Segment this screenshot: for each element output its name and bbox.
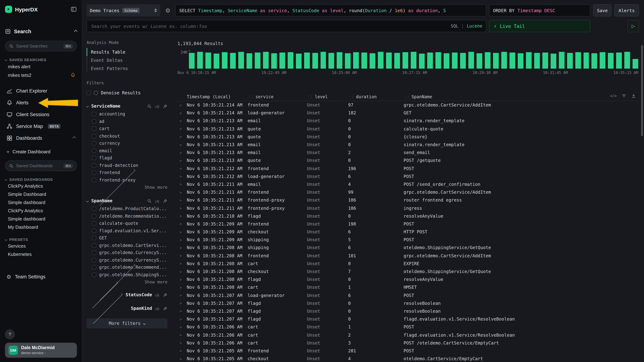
checkbox[interactable] [92, 149, 96, 153]
table-row[interactable]: >Nov 6 10:35:21.211 AMfrontendUnset99grp… [178, 188, 638, 196]
search-section-header[interactable]: Search [5, 28, 77, 35]
table-row[interactable]: >Nov 6 10:35:21.211 AMemailUnset4POST /s… [178, 181, 638, 188]
table-row[interactable]: >Nov 6 10:35:21.206 AMcartUnset2flagd.ev… [178, 331, 638, 339]
histogram-bar[interactable] [386, 52, 392, 69]
filter-option[interactable]: ad [86, 118, 168, 125]
table-row[interactable]: >Nov 6 10:35:21.207 AMload-generatorUnse… [178, 291, 638, 299]
histogram-bar[interactable] [444, 53, 449, 69]
expand-chevron[interactable]: > [178, 198, 187, 202]
histogram-bar[interactable] [567, 53, 572, 69]
source-select[interactable]: Demo Traces Schema [86, 4, 160, 16]
expand-chevron[interactable]: > [178, 246, 187, 250]
filter-option[interactable]: /oteldemo.Recommendatio... [86, 212, 168, 220]
table-row[interactable]: >Nov 6 10:35:21.212 AMload-generatorUnse… [178, 173, 638, 180]
presets-group-header[interactable]: PRESETS [5, 237, 77, 242]
table-row[interactable]: >Nov 6 10:35:21.214 AMfrontendUnset97grp… [178, 101, 638, 109]
expand-chevron[interactable]: > [178, 357, 187, 361]
histogram-bar[interactable] [550, 53, 556, 69]
pin-icon[interactable] [163, 104, 168, 108]
table-row[interactable]: >Nov 6 10:35:21.205 AMfrontendUnset201PO… [178, 347, 638, 355]
saved-dashboards-input[interactable]: Saved Dashboards ⌘K [5, 161, 77, 171]
filter-group-header[interactable]: ServiceName [86, 102, 168, 110]
table-row[interactable]: >Nov 6 10:35:21.213 AMquoteUnset0calcula… [178, 125, 638, 133]
show-more[interactable]: Show more [86, 278, 168, 286]
code-view-icon[interactable]: </> [610, 94, 617, 98]
column-header-spanname[interactable]: ⋮⋮SpanName [404, 94, 638, 99]
checkbox[interactable] [86, 91, 91, 95]
expand-chevron[interactable]: > [178, 254, 187, 258]
saved-searches-input[interactable]: Saved Searches ⌘K [5, 41, 77, 51]
live-tail-button[interactable]: ⚡ Live Tail [489, 20, 590, 32]
sidebar-collapse-icon[interactable] [70, 6, 77, 12]
table-row[interactable]: >Nov 6 10:35:21.206 AMcartUnset3POST /ot… [178, 339, 638, 347]
filter-option[interactable]: GET [86, 234, 168, 242]
expand-chevron[interactable]: > [178, 341, 187, 345]
table-row[interactable]: >Nov 6 10:35:21.213 AMemailUnset0sinatra… [178, 117, 638, 125]
histogram-bar[interactable] [411, 52, 416, 69]
run-query-button[interactable]: ▷ [628, 20, 639, 32]
more-filters-button[interactable]: More filters [86, 318, 168, 328]
histogram-bar[interactable] [534, 53, 540, 69]
language-toggle[interactable]: SQL | Lucene [450, 23, 482, 29]
histogram-bar[interactable] [518, 53, 524, 69]
filter-group-header[interactable]: SpanKind [86, 304, 168, 313]
checkbox[interactable] [92, 229, 96, 233]
histogram-bar[interactable] [575, 52, 581, 69]
table-row[interactable]: >Nov 6 10:35:21.208 AMcartUnset0EXPIRE [178, 260, 638, 268]
table-row[interactable]: >Nov 6 10:35:21.212 AMfrontendUnset196PO… [178, 165, 638, 173]
expand-chevron[interactable]: > [178, 103, 187, 107]
histogram-bar[interactable] [501, 52, 507, 69]
chart-icon[interactable] [155, 104, 160, 108]
filter-option[interactable]: grpc.oteldemo.CartServi... [86, 242, 168, 249]
histogram-bar[interactable] [246, 53, 252, 69]
histogram-bar[interactable] [279, 53, 285, 69]
saved-dashboards-group-header[interactable]: SAVED DASHBOARDS [5, 177, 77, 182]
filter-option[interactable]: grpc.oteldemo.Recommend... [86, 264, 168, 271]
table-row[interactable]: >Nov 6 10:35:21.210 AMflagdUnset0resolve… [178, 212, 638, 220]
checkbox[interactable] [92, 127, 96, 131]
filter-option[interactable]: email [86, 147, 168, 154]
expand-chevron[interactable]: > [178, 175, 187, 179]
analysis-mode-event-deltas[interactable]: Event Deltas [86, 56, 168, 64]
user-menu[interactable]: DM Dale McDiarmid demo-service - [5, 343, 77, 358]
histogram-bar[interactable] [460, 53, 466, 69]
scrollbar[interactable] [641, 45, 643, 136]
histogram-bar[interactable] [353, 52, 359, 69]
expand-chevron[interactable]: > [178, 238, 187, 242]
expand-chevron[interactable]: > [178, 143, 187, 147]
table-row[interactable]: >Nov 6 10:35:21.213 AMquoteUnset0POST /g… [178, 157, 638, 165]
saved-search-item[interactable]: mikes tets2 [5, 71, 77, 79]
event-search-input[interactable] [90, 23, 448, 29]
analysis-mode-results-table[interactable]: Results Table [86, 48, 168, 56]
source-settings-button[interactable]: ⚙ [163, 4, 172, 16]
filter-option[interactable]: /oteldemo.ProductCatalo... [86, 205, 168, 212]
expand-chevron[interactable]: > [178, 127, 187, 131]
saved-search-item[interactable]: mikes alert [5, 62, 77, 71]
expand-chevron[interactable]: > [178, 333, 187, 337]
download-icon[interactable] [631, 93, 636, 98]
histogram-bar[interactable] [378, 52, 384, 69]
table-row[interactable]: >Nov 6 10:35:21.213 AMemailUnset0sinatra… [178, 141, 638, 149]
expand-chevron[interactable]: > [178, 309, 187, 313]
preset-item[interactable]: Kubernetes [5, 250, 77, 258]
filter-option[interactable]: currency [86, 140, 168, 147]
table-row[interactable]: >Nov 6 10:35:21.213 AMemailUnset2send_em… [178, 149, 638, 157]
expand-chevron[interactable]: > [178, 262, 187, 266]
expand-chevron[interactable]: > [178, 277, 187, 281]
table-row[interactable]: >Nov 6 10:35:21.211 AMfrontend-proxyUnse… [178, 204, 638, 212]
table-row[interactable]: >Nov 6 10:35:21.209 AMfrontendUnset198PO… [178, 220, 638, 228]
column-settings-icon[interactable] [622, 93, 626, 98]
histogram-bar[interactable] [189, 53, 195, 69]
sidebar-item-service-map[interactable]: Service MapBETA [5, 120, 77, 132]
dashboard-item[interactable]: ClickPy Analytics [5, 206, 77, 215]
histogram-bar[interactable] [402, 52, 408, 69]
filter-option[interactable]: flagd [86, 154, 168, 162]
filter-option[interactable]: cart [86, 125, 168, 132]
histogram-bar[interactable] [624, 52, 630, 69]
filter-option[interactable]: accounting [86, 110, 168, 118]
show-more[interactable]: Show more [86, 184, 168, 191]
table-row[interactable]: >Nov 6 10:35:21.205 AMcheckoutUnset4otel… [178, 355, 638, 362]
checkbox[interactable] [92, 265, 96, 270]
histogram-bar[interactable] [600, 52, 606, 69]
search-icon[interactable] [147, 198, 152, 203]
